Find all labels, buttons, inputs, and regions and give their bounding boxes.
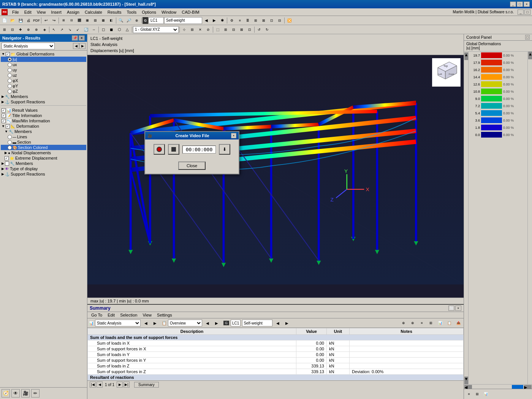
tb2-8[interactable]: ↗ bbox=[58, 26, 66, 33]
tb2-1[interactable]: ⊞ bbox=[1, 26, 8, 33]
menu-assign[interactable]: Assign bbox=[65, 10, 82, 15]
nav-pin[interactable]: 📌 bbox=[72, 35, 78, 41]
menu-edit[interactable]: Edit bbox=[22, 10, 34, 15]
tb-r3[interactable]: ≣ bbox=[244, 17, 252, 24]
scroll-bar-h[interactable] bbox=[512, 385, 523, 389]
summary-goto[interactable]: Go To bbox=[89, 312, 104, 318]
tb2-17[interactable]: ✕ bbox=[196, 26, 204, 33]
summary-analysis-select[interactable]: Static Analysis bbox=[95, 320, 141, 326]
tb-lc-next[interactable]: ▶ bbox=[211, 17, 218, 24]
cp-right-scrollbar[interactable]: ▲ bbox=[527, 52, 532, 384]
cp-tb-1[interactable]: ≡ bbox=[465, 390, 473, 398]
radio-ux[interactable] bbox=[8, 63, 12, 67]
scroll-up-btn[interactable]: ▲ bbox=[464, 52, 468, 60]
tree-uy[interactable]: uy bbox=[1, 67, 86, 73]
tb2-2[interactable]: ⊟ bbox=[9, 26, 16, 33]
scroll-left-btn[interactable]: ◀ bbox=[464, 385, 472, 389]
cb-deformation[interactable]: ✓ bbox=[6, 124, 10, 128]
sum-tb-next[interactable]: ▶ bbox=[151, 319, 159, 327]
tb2-18[interactable]: ⊘ bbox=[204, 26, 212, 33]
summary-overview-select[interactable]: Overview bbox=[168, 320, 202, 326]
table-row[interactable]: Sum of support forces in Y 0.00 kN bbox=[88, 358, 464, 363]
tb-lc-menu[interactable]: ✱ bbox=[218, 17, 226, 24]
radio-uy[interactable] bbox=[8, 68, 12, 72]
toggle-expand[interactable]: ▼ bbox=[2, 52, 5, 56]
menu-view[interactable]: View bbox=[35, 10, 48, 15]
tb-print[interactable]: 🖨 bbox=[25, 17, 32, 24]
summary-tab[interactable]: Summary bbox=[134, 382, 159, 388]
page-last[interactable]: ▶| bbox=[124, 382, 130, 388]
menu-calculate[interactable]: Calculate bbox=[82, 10, 104, 15]
sum-ov-next[interactable]: ▶ bbox=[213, 319, 220, 327]
tb-zoom-in[interactable]: 🔍 bbox=[117, 17, 125, 24]
page-first[interactable]: |◀ bbox=[90, 382, 96, 388]
toggle-deform[interactable]: ▼ bbox=[2, 124, 5, 128]
toggle-support2[interactable]: ▶ bbox=[2, 172, 4, 176]
tb2-16[interactable]: △ bbox=[124, 26, 131, 33]
page-next[interactable]: ▶ bbox=[117, 382, 123, 388]
sum-tb-5[interactable]: 📊 bbox=[436, 319, 444, 327]
menu-file[interactable]: File bbox=[10, 10, 21, 15]
tb-lc-prev[interactable]: ◀ bbox=[203, 17, 210, 24]
tree-support-reactions-1[interactable]: ▶ ⚓ Support Reactions bbox=[1, 99, 86, 104]
summary-view[interactable]: View bbox=[140, 312, 154, 318]
radio-section[interactable] bbox=[8, 140, 12, 144]
radio-phix[interactable] bbox=[8, 79, 12, 83]
cp-bottom-scroll[interactable]: ◀ ▶ bbox=[464, 384, 532, 389]
tb-new[interactable]: 📄 bbox=[1, 17, 8, 24]
nav-next[interactable]: ▶ bbox=[79, 43, 86, 49]
tree-phiy[interactable]: φY bbox=[1, 83, 86, 89]
tb-grid[interactable]: ⊞ bbox=[60, 17, 67, 24]
tb2-23[interactable]: ⊡ bbox=[246, 26, 253, 33]
cb-extreme[interactable]: ✓ bbox=[5, 156, 9, 160]
minimize-button[interactable]: _ bbox=[510, 2, 516, 7]
nav-btn-2[interactable]: 👁 bbox=[11, 389, 20, 397]
summary-settings[interactable]: Settings bbox=[155, 312, 174, 318]
tree-section[interactable]: ▬ Section bbox=[1, 139, 86, 145]
tb-r5[interactable]: ⊠ bbox=[260, 17, 268, 24]
menu-window[interactable]: Window bbox=[159, 10, 179, 15]
tree-global-deformations[interactable]: ▼ ✓ 📁 Global Deformations bbox=[1, 51, 86, 57]
cp-scrollbar[interactable]: ▲ ▼ bbox=[464, 52, 469, 384]
cb-members2[interactable] bbox=[5, 162, 9, 166]
download-button[interactable]: ⬇ bbox=[219, 144, 230, 155]
tb2-6[interactable]: ◈ bbox=[41, 26, 48, 33]
tree-lines[interactable]: — Lines bbox=[1, 134, 86, 139]
tb-r4[interactable]: ⊞ bbox=[252, 17, 260, 24]
toggle-members1[interactable]: ▶ bbox=[2, 95, 4, 98]
tree-members-2[interactable]: ▶ 🔧 Members bbox=[1, 161, 86, 166]
tree-result-values[interactable]: ✓ 📊 Result Values bbox=[1, 108, 86, 113]
nav-btn-1[interactable]: 🧭 bbox=[2, 389, 10, 397]
app-minimize[interactable]: _ bbox=[518, 10, 524, 15]
tb2-grid-btn[interactable]: ⊞ bbox=[188, 26, 196, 33]
scroll-right-btn[interactable]: ▶ bbox=[524, 385, 532, 389]
tb2-5[interactable]: ⊗ bbox=[33, 26, 40, 33]
tb-r2[interactable]: ≡ bbox=[236, 17, 244, 24]
tb2-4[interactable]: ⊕ bbox=[25, 26, 32, 33]
tb-save[interactable]: 💾 bbox=[17, 17, 24, 24]
summary-close[interactable]: × bbox=[455, 306, 461, 311]
tree-u[interactable]: |u| bbox=[1, 57, 86, 62]
radio-lines[interactable] bbox=[8, 135, 12, 139]
record-button[interactable] bbox=[154, 144, 165, 155]
tree-maxmin-info[interactable]: ✓ 📉 Max/Min Information bbox=[1, 118, 86, 124]
viewport-3d[interactable]: X Y Z 🎥 Crea bbox=[87, 55, 464, 298]
tb-pdf[interactable]: PDF bbox=[33, 17, 40, 24]
sum-lc-next[interactable]: ▶ bbox=[283, 319, 291, 327]
summary-float[interactable]: ⬜ bbox=[448, 306, 454, 311]
table-row[interactable]: Sum of loads in X 0.00 kN bbox=[88, 340, 464, 346]
tb-t5[interactable]: ◧ bbox=[108, 17, 115, 24]
cs-select[interactable]: 1 - Global XYZ bbox=[133, 26, 179, 33]
tb2-22[interactable]: ⊠ bbox=[238, 26, 245, 33]
summary-edit[interactable]: Edit bbox=[105, 312, 117, 318]
tree-deform-members[interactable]: ▼ 🔧 Members bbox=[1, 129, 86, 134]
tree-type-display[interactable]: ▶ 👁 Type of display bbox=[1, 166, 86, 171]
tb2-3[interactable]: ✚ bbox=[17, 26, 24, 33]
tb2-14[interactable]: ◼ bbox=[108, 26, 115, 33]
tb2-20[interactable]: ⊞ bbox=[222, 26, 230, 33]
tb-t3[interactable]: ▧ bbox=[92, 17, 99, 24]
table-row[interactable]: Sum of support forces in Z 339.13 kN Dev… bbox=[88, 369, 464, 375]
tb2-21[interactable]: ⊟ bbox=[230, 26, 238, 33]
tree-deformation[interactable]: ▼ ✓ 📐 Deformation bbox=[1, 124, 86, 129]
menu-tools[interactable]: Tools bbox=[124, 10, 139, 15]
